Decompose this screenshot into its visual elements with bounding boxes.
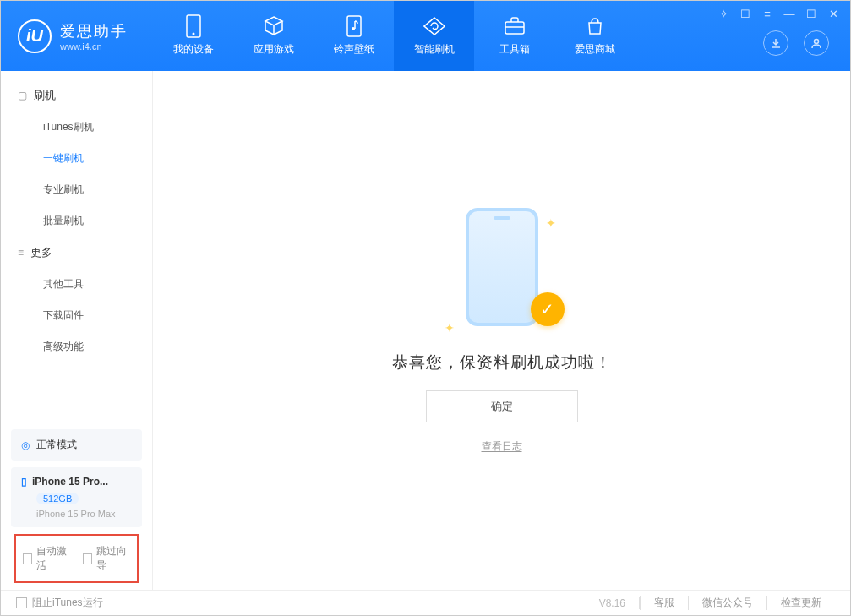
- device-card[interactable]: ▯ iPhone 15 Pro... 512GB iPhone 15 Pro M…: [11, 467, 142, 527]
- close-icon[interactable]: ✕: [826, 8, 840, 20]
- footer: 阻止iTunes运行 V8.16 客服 微信公众号 检查更新: [1, 590, 850, 615]
- minimize-icon[interactable]: ―: [783, 8, 796, 20]
- skin-icon[interactable]: ✧: [717, 8, 730, 20]
- logo-area: iU 爱思助手 www.i4.cn: [1, 19, 153, 53]
- download-icon[interactable]: [763, 30, 788, 56]
- footer-link-update[interactable]: 检查更新: [766, 596, 835, 610]
- checkbox-auto-activate[interactable]: 自动激活: [23, 544, 71, 573]
- sparkle-icon: ✦: [546, 216, 556, 230]
- sidebar-item-advanced[interactable]: 高级功能: [1, 331, 152, 363]
- sidebar-item-download-firmware[interactable]: 下载固件: [1, 300, 152, 331]
- footer-link-wechat[interactable]: 微信公众号: [688, 596, 766, 610]
- toolbox-icon: [504, 15, 526, 37]
- cube-icon: [263, 15, 285, 37]
- options-highlighted: 自动激活 跳过向导: [14, 534, 139, 583]
- sidebar-group-flash: ▢ 刷机: [1, 79, 152, 112]
- checkbox-icon: [83, 553, 92, 564]
- footer-link-support[interactable]: 客服: [640, 596, 688, 610]
- app-header: iU 爱思助手 www.i4.cn 我的设备 应用游戏 铃声壁纸 智能刷机 工具…: [1, 1, 850, 71]
- menu-icon[interactable]: ≡: [761, 8, 774, 20]
- phone-small-icon: ▢: [18, 90, 27, 101]
- device-model: iPhone 15 Pro Max: [36, 509, 132, 519]
- feedback-icon[interactable]: ☐: [739, 8, 752, 20]
- main-content: ✓ ✦ ✦ 恭喜您，保资料刷机成功啦！ 确定 查看日志: [153, 71, 850, 590]
- svg-rect-2: [347, 16, 361, 36]
- app-logo-icon: iU: [18, 19, 52, 53]
- svg-point-3: [352, 27, 355, 30]
- more-icon: ≡: [18, 247, 24, 259]
- check-badge-icon: ✓: [531, 292, 565, 326]
- mode-icon: ◎: [21, 439, 30, 451]
- device-mode[interactable]: ◎ 正常模式: [11, 429, 142, 461]
- sidebar-group-more: ≡ 更多: [1, 237, 152, 269]
- checkbox-icon: [16, 597, 27, 608]
- sidebar-item-batch-flash[interactable]: 批量刷机: [1, 205, 152, 237]
- app-subtitle: www.i4.cn: [60, 41, 128, 52]
- nav-tab-store[interactable]: 爱思商城: [554, 1, 635, 71]
- nav-tabs: 我的设备 应用游戏 铃声壁纸 智能刷机 工具箱 爱思商城: [153, 1, 635, 71]
- device-storage: 512GB: [36, 493, 79, 504]
- success-message: 恭喜您，保资料刷机成功啦！: [392, 352, 612, 373]
- nav-tab-toolbox[interactable]: 工具箱: [474, 1, 554, 71]
- nav-tab-ringtones[interactable]: 铃声壁纸: [314, 1, 394, 71]
- user-icon[interactable]: [804, 30, 829, 56]
- music-icon: [343, 15, 365, 37]
- sidebar-item-pro-flash[interactable]: 专业刷机: [1, 174, 152, 205]
- checkbox-block-itunes[interactable]: 阻止iTunes运行: [16, 596, 103, 610]
- svg-point-5: [815, 40, 819, 44]
- phone-icon: [183, 15, 205, 37]
- sparkle-icon: ✦: [445, 321, 455, 335]
- phone-small-icon: ▯: [21, 476, 27, 488]
- success-illustration: ✓ ✦ ✦: [443, 208, 561, 335]
- checkbox-skip-guide[interactable]: 跳过向导: [83, 544, 131, 573]
- svg-point-1: [192, 33, 194, 35]
- refresh-icon: [423, 15, 445, 37]
- app-title: 爱思助手: [60, 21, 128, 41]
- sidebar-item-itunes-flash[interactable]: iTunes刷机: [1, 112, 152, 143]
- sidebar: ▢ 刷机 iTunes刷机 一键刷机 专业刷机 批量刷机 ≡ 更多 其他工具 下…: [1, 71, 153, 590]
- ok-button[interactable]: 确定: [426, 390, 578, 422]
- window-controls: ✧ ☐ ≡ ― ☐ ✕: [717, 8, 840, 20]
- nav-tab-apps[interactable]: 应用游戏: [233, 1, 314, 71]
- sidebar-item-other-tools[interactable]: 其他工具: [1, 269, 152, 300]
- view-log-link[interactable]: 查看日志: [482, 439, 522, 454]
- device-name: iPhone 15 Pro...: [32, 476, 108, 488]
- checkbox-icon: [23, 553, 32, 564]
- nav-tab-flash[interactable]: 智能刷机: [394, 1, 474, 71]
- sidebar-item-oneclick-flash[interactable]: 一键刷机: [1, 143, 152, 174]
- store-icon: [584, 15, 606, 37]
- phone-illust-icon: [466, 208, 538, 326]
- maximize-icon[interactable]: ☐: [805, 8, 818, 20]
- version-label: V8.16: [586, 597, 640, 609]
- nav-tab-device[interactable]: 我的设备: [153, 1, 233, 71]
- svg-rect-4: [505, 22, 524, 34]
